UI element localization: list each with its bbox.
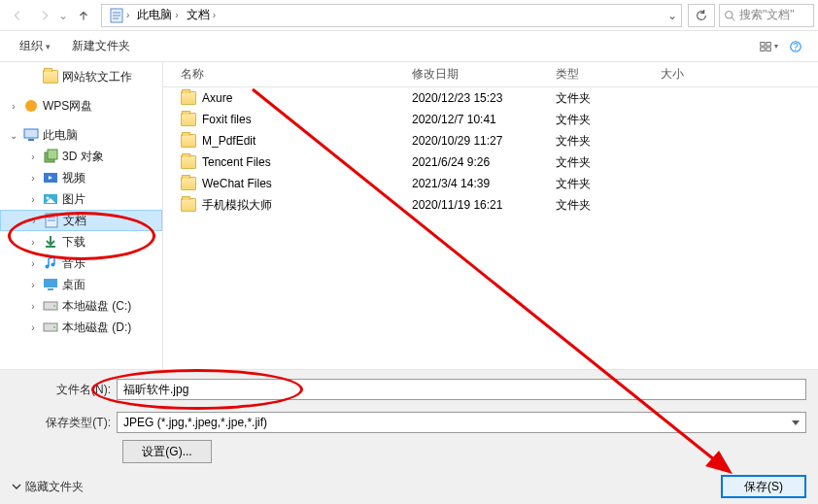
- file-type: 文件夹: [556, 133, 661, 150]
- expand-icon[interactable]: ›: [27, 280, 39, 290]
- organize-button[interactable]: 组织 ▾: [12, 35, 58, 57]
- file-row[interactable]: Tencent Files2021/6/24 9:26文件夹: [163, 151, 818, 173]
- svg-rect-28: [44, 279, 57, 287]
- svg-text:?: ?: [793, 40, 799, 51]
- save-button[interactable]: 保存(S): [721, 475, 806, 498]
- tree-item-label: 此电脑: [43, 127, 78, 144]
- file-name: Axure: [202, 91, 232, 105]
- file-date: 2020/12/7 10:41: [412, 113, 556, 126]
- tree-item-label: 本地磁盘 (D:): [62, 319, 131, 336]
- expand-icon[interactable]: ›: [27, 237, 39, 248]
- tree-item-wps[interactable]: ›WPS网盘: [0, 95, 162, 117]
- file-name: Foxit files: [202, 113, 252, 126]
- file-row[interactable]: Foxit files2020/12/7 10:41文件夹: [163, 109, 818, 130]
- expand-icon[interactable]: ›: [27, 322, 39, 333]
- arrow-left-icon: [11, 9, 24, 22]
- tree-item-label: WPS网盘: [43, 98, 92, 115]
- tree-item-download[interactable]: ›下载: [0, 231, 162, 252]
- expand-icon[interactable]: ›: [27, 301, 39, 312]
- breadcrumb-item-pc[interactable]: 此电脑 ›: [133, 7, 182, 23]
- tree-item-label: 文档: [63, 213, 86, 229]
- folder-icon: [181, 177, 196, 190]
- tree-item-3d[interactable]: ›3D 对象: [0, 146, 162, 167]
- svg-point-27: [51, 263, 55, 267]
- tree-item-disk[interactable]: ›本地磁盘 (D:): [0, 317, 162, 338]
- folder-icon: [181, 198, 196, 212]
- expand-icon[interactable]: ⌄: [8, 130, 19, 141]
- document-icon: [110, 8, 123, 23]
- settings-button[interactable]: 设置(G)...: [122, 440, 212, 463]
- column-date[interactable]: 修改日期: [412, 66, 556, 83]
- column-name[interactable]: 名称: [163, 66, 412, 83]
- file-date: 2020/10/29 11:27: [412, 134, 556, 148]
- tree-item-pictures[interactable]: ›图片: [0, 188, 162, 210]
- expand-icon[interactable]: ›: [8, 101, 19, 112]
- doc-icon: [44, 213, 59, 228]
- expand-icon[interactable]: ›: [27, 173, 39, 184]
- tree-item-label: 视频: [62, 170, 85, 186]
- expand-icon[interactable]: ›: [28, 216, 40, 226]
- svg-rect-13: [24, 129, 38, 138]
- breadcrumb-item-documents[interactable]: 文档 ›: [183, 7, 220, 23]
- arrow-up-icon: [77, 9, 90, 22]
- tree-item-disk[interactable]: ›本地磁盘 (C:): [0, 295, 162, 317]
- filetype-select[interactable]: JPEG (*.jpg,*.jpeg,*.jpe,*.jif): [117, 412, 806, 433]
- expand-icon[interactable]: ›: [27, 258, 39, 269]
- svg-point-31: [53, 305, 55, 307]
- svg-rect-29: [48, 288, 53, 290]
- tree-item-label: 下载: [62, 234, 85, 251]
- refresh-button[interactable]: [688, 4, 715, 27]
- breadcrumb-root-icon[interactable]: ›: [106, 8, 133, 23]
- help-button[interactable]: ?: [785, 36, 806, 57]
- expand-icon[interactable]: ›: [27, 151, 39, 162]
- chevron-down-icon: [12, 482, 21, 491]
- tree-item-desktop[interactable]: ›桌面: [0, 274, 162, 295]
- file-name: M_PdfEdit: [202, 134, 256, 148]
- filename-input[interactable]: 福昕软件.jpg: [117, 379, 806, 400]
- breadcrumb-dropdown-icon[interactable]: ⌄: [667, 9, 677, 22]
- disk-icon: [43, 298, 58, 314]
- disk-icon: [43, 319, 58, 335]
- svg-line-5: [732, 17, 734, 20]
- svg-point-33: [53, 326, 55, 328]
- file-date: 2021/3/4 14:39: [412, 177, 556, 190]
- tree-item-label: 本地磁盘 (C:): [62, 298, 131, 315]
- refresh-icon: [695, 9, 708, 22]
- file-type: 文件夹: [556, 112, 661, 128]
- forward-button[interactable]: [31, 4, 58, 27]
- help-icon: ?: [789, 40, 802, 53]
- tree-item-pc[interactable]: ⌄此电脑: [0, 124, 162, 146]
- file-list: 名称 修改日期 类型 大小 Axure2020/12/23 15:23文件夹Fo…: [163, 62, 818, 369]
- history-dropdown[interactable]: ⌄: [58, 9, 72, 22]
- file-row[interactable]: 手机模拟大师2020/11/19 16:21文件夹: [163, 194, 818, 216]
- tree-item-doc[interactable]: ›文档: [0, 210, 162, 231]
- view-button[interactable]: ▾: [758, 36, 779, 57]
- svg-point-26: [46, 265, 50, 269]
- arrow-right-icon: [38, 9, 51, 22]
- breadcrumb[interactable]: › 此电脑 › 文档 › ⌄: [101, 4, 682, 27]
- search-input[interactable]: 搜索"文档": [719, 4, 814, 27]
- new-folder-button[interactable]: 新建文件夹: [64, 35, 138, 57]
- file-row[interactable]: M_PdfEdit2020/10/29 11:27文件夹: [163, 130, 818, 151]
- hide-folders-toggle[interactable]: 隐藏文件夹: [12, 479, 84, 495]
- file-row[interactable]: WeChat Files2021/3/4 14:39文件夹: [163, 173, 818, 194]
- file-row[interactable]: Axure2020/12/23 15:23文件夹: [163, 87, 818, 109]
- tree-item-label: 音乐: [62, 255, 85, 272]
- tree-item-music[interactable]: ›音乐: [0, 252, 162, 274]
- svg-rect-14: [28, 139, 34, 141]
- up-button[interactable]: [72, 4, 95, 27]
- column-size[interactable]: 大小: [661, 66, 818, 83]
- expand-icon[interactable]: ›: [27, 194, 39, 205]
- back-button[interactable]: [4, 4, 31, 27]
- column-type[interactable]: 类型: [556, 66, 661, 83]
- folder-icon: [181, 134, 196, 148]
- svg-point-12: [25, 100, 37, 112]
- svg-rect-8: [761, 47, 765, 50]
- tree-item-video[interactable]: ›视频: [0, 167, 162, 188]
- tree-item-folder[interactable]: 网站软文工作: [0, 66, 162, 87]
- 3d-icon: [43, 149, 58, 164]
- folder-tree: 网站软文工作›WPS网盘⌄此电脑›3D 对象›视频›图片›文档›下载›音乐›桌面…: [0, 62, 163, 369]
- svg-point-20: [47, 197, 50, 200]
- desktop-icon: [43, 277, 58, 292]
- download-icon: [43, 234, 58, 250]
